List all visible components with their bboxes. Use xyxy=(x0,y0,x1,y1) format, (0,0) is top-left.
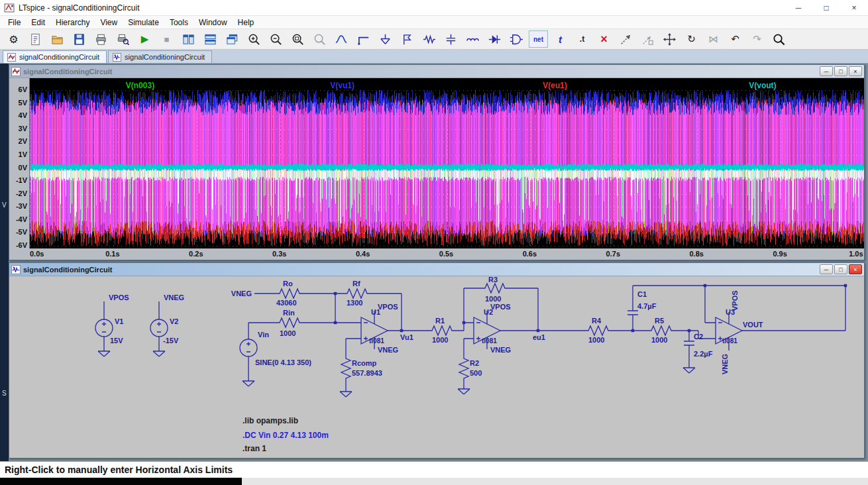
tile-horizontal-icon[interactable] xyxy=(201,30,220,48)
trace-label-vout[interactable]: V(vout) xyxy=(749,81,776,90)
label-R4[interactable]: R4 xyxy=(592,317,602,325)
halt-icon[interactable]: ■ xyxy=(157,30,176,48)
trace-label-eu1[interactable]: V(eu1) xyxy=(543,81,567,90)
net-label-vout[interactable]: VOUT xyxy=(743,321,763,329)
schematic-minimize-button[interactable]: ─ xyxy=(820,264,833,274)
label-Rcomp[interactable]: Rcomp xyxy=(352,359,377,367)
draw-wire-icon[interactable] xyxy=(354,30,373,48)
net-flag-vpos[interactable]: VPOS xyxy=(731,290,739,311)
print-icon[interactable] xyxy=(91,30,111,48)
undo-icon[interactable]: ↶ xyxy=(726,30,745,48)
net-flag-vneg[interactable]: VNEG xyxy=(231,290,252,297)
cascade-windows-icon[interactable] xyxy=(223,30,242,48)
ground-symbol[interactable] xyxy=(243,381,254,386)
directive-dc[interactable]: .DC Vin 0.27 4.13 100m xyxy=(243,431,329,440)
component-R3[interactable] xyxy=(481,284,509,293)
schematic-canvas[interactable]: VPOS VNEG VNEG V1 15V V2 -15V Vin SINE(0… xyxy=(9,276,864,458)
component-V1[interactable] xyxy=(95,319,113,337)
zoom-out-icon[interactable] xyxy=(266,30,286,48)
menu-tools[interactable]: Tools xyxy=(164,17,193,28)
rotate-icon[interactable]: ↻ xyxy=(682,30,701,48)
value-C1[interactable]: 4.7µF xyxy=(637,302,657,310)
app-minimize-button[interactable]: ─ xyxy=(785,0,812,15)
directive-lib[interactable]: .lib opamps.lib xyxy=(243,416,298,425)
zoom-in-icon[interactable] xyxy=(244,30,264,48)
waveform-maximize-button[interactable]: □ xyxy=(834,66,847,76)
place-inductor-icon[interactable] xyxy=(463,30,482,48)
net-flag-vneg[interactable]: VNEG xyxy=(721,354,729,374)
label-R3[interactable]: R3 xyxy=(488,276,498,284)
open-icon[interactable] xyxy=(48,30,67,48)
component-R4[interactable] xyxy=(584,326,612,335)
label-Rin[interactable]: Rin xyxy=(283,309,295,317)
spice-directive-icon[interactable]: .t xyxy=(572,30,592,48)
value-U2[interactable]: tl081 xyxy=(482,337,497,345)
app-maximize-button[interactable]: □ xyxy=(812,0,840,15)
net-flag-vpos[interactable]: VPOS xyxy=(378,303,398,311)
value-C2[interactable]: 2.2µF xyxy=(694,350,713,358)
component-Ro[interactable] xyxy=(276,289,303,298)
label-C1[interactable]: C1 xyxy=(637,290,647,298)
pan-icon[interactable] xyxy=(310,30,329,48)
place-net-name-icon[interactable]: net xyxy=(529,30,548,48)
copy-icon[interactable] xyxy=(616,30,635,48)
place-text-icon[interactable]: t xyxy=(551,30,570,48)
value-R5[interactable]: 1000 xyxy=(651,336,667,344)
value-U3[interactable]: tl081 xyxy=(722,337,737,345)
label-Ro[interactable]: Ro xyxy=(283,280,293,288)
label-R2[interactable]: R2 xyxy=(470,359,479,367)
label-V2[interactable]: V2 xyxy=(170,317,178,325)
menu-help[interactable]: Help xyxy=(233,17,260,28)
print-preview-icon[interactable] xyxy=(113,30,133,48)
menu-window[interactable]: Window xyxy=(193,17,233,28)
net-label-vu1[interactable]: Vu1 xyxy=(400,333,413,341)
label-Vin[interactable]: Vin xyxy=(258,331,269,339)
net-flag-vneg[interactable]: VNEG xyxy=(378,346,398,354)
paste-icon[interactable] xyxy=(638,30,657,48)
waveform-minimize-button[interactable]: ─ xyxy=(820,66,833,76)
move-icon[interactable] xyxy=(660,30,679,48)
net-flag-vneg[interactable]: VNEG xyxy=(490,346,511,354)
component-Rf[interactable] xyxy=(343,289,371,298)
component-R2[interactable] xyxy=(459,354,468,382)
component-Rin[interactable] xyxy=(276,318,303,327)
save-icon[interactable] xyxy=(70,30,89,48)
ground-symbol[interactable] xyxy=(340,392,352,397)
find-icon[interactable] xyxy=(769,30,788,48)
tab-schematic[interactable]: signalConditioningCircuit xyxy=(108,50,212,63)
component-Rcomp[interactable] xyxy=(341,354,351,382)
autorange-y-icon[interactable] xyxy=(332,30,351,48)
place-ground-icon[interactable] xyxy=(376,30,395,48)
label-net-icon[interactable] xyxy=(398,30,417,48)
value-R1[interactable]: 1000 xyxy=(432,336,448,344)
schematic-window-titlebar[interactable]: signalConditioningCircuit ─ □ × xyxy=(9,263,864,276)
value-Rcomp[interactable]: 557.8943 xyxy=(352,369,382,377)
net-flag-vpos[interactable]: VPOS xyxy=(109,294,129,301)
value-R4[interactable]: 1000 xyxy=(588,336,604,344)
component-Vin[interactable] xyxy=(240,339,257,356)
place-component-icon[interactable] xyxy=(507,30,526,48)
menu-file[interactable]: File xyxy=(3,17,26,28)
place-diode-icon[interactable] xyxy=(485,30,504,48)
menu-view[interactable]: View xyxy=(95,17,123,28)
value-U1[interactable]: tl081 xyxy=(369,337,384,345)
waveform-close-button[interactable]: × xyxy=(849,66,862,76)
schematic-close-button[interactable]: × xyxy=(849,264,862,274)
control-panel-icon[interactable]: ⚙ xyxy=(4,30,23,48)
waveform-canvas[interactable] xyxy=(30,78,864,248)
value-Rf[interactable]: 1300 xyxy=(347,299,362,307)
value-V2[interactable]: -15V xyxy=(163,337,179,345)
value-Rin[interactable]: 1000 xyxy=(280,329,296,337)
value-Vin[interactable]: SINE(0 4.13 350) xyxy=(255,358,311,366)
label-V1[interactable]: V1 xyxy=(115,317,123,325)
menu-edit[interactable]: Edit xyxy=(26,17,50,28)
component-C1[interactable] xyxy=(627,311,638,315)
component-R1[interactable] xyxy=(428,326,456,335)
menu-hierarchy[interactable]: Hierarchy xyxy=(50,17,95,28)
ground-symbol[interactable] xyxy=(98,351,110,356)
menu-simulate[interactable]: Simulate xyxy=(123,17,164,28)
label-R5[interactable]: R5 xyxy=(655,317,664,325)
ground-symbol[interactable] xyxy=(153,351,165,356)
net-flag-vneg[interactable]: VNEG xyxy=(164,294,184,301)
net-label-eu1[interactable]: eu1 xyxy=(533,333,545,341)
